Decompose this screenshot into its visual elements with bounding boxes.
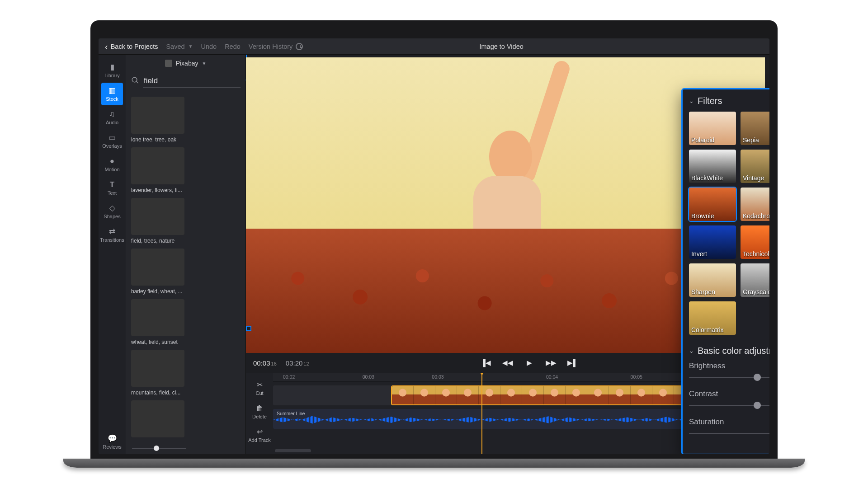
stock-thumbnail[interactable]: lavender, flowers, fi... [131, 147, 184, 193]
version-history-button[interactable]: Version History [249, 43, 303, 50]
skip-end-button[interactable]: ▶▌ [566, 357, 579, 369]
ruler-tick: 00:05 [631, 374, 642, 380]
add-track-icon: ↩ [257, 427, 263, 436]
forward-button[interactable]: ▶▶ [545, 357, 557, 369]
filter-sepia[interactable]: Sepia [741, 112, 769, 145]
nav-motion[interactable]: ●Motion [101, 153, 123, 176]
version-history-label: Version History [249, 43, 293, 50]
search-icon [131, 76, 139, 86]
filter-label: Invert [689, 249, 736, 259]
selection-handle[interactable] [246, 326, 251, 331]
contrast-slider[interactable] [689, 405, 769, 406]
brightness-label: Brightness [689, 361, 725, 371]
timecode-duration: 03:2012 [286, 359, 309, 367]
nav-shapes[interactable]: ◇Shapes [101, 200, 123, 223]
laptop-bezel: Back to Projects Saved ▼ Undo Redo Versi… [90, 20, 778, 459]
filter-invert[interactable]: Invert [689, 225, 736, 259]
rewind-button[interactable]: ◀◀ [501, 357, 514, 369]
skip-start-button[interactable]: ▐◀ [480, 357, 492, 369]
filter-colormatrix[interactable]: Colormatrix [689, 301, 736, 335]
filter-label: Kodachrome [741, 211, 769, 221]
nav-audio[interactable]: ♫Audio [101, 106, 123, 129]
nav-stock[interactable]: ▥Stock [101, 83, 123, 105]
filter-label: Brownie [689, 211, 736, 221]
brightness-adjustment: Brightness100 ↺ [689, 361, 769, 381]
undo-button[interactable]: Undo [201, 43, 217, 50]
audio-clip-name: Summer Line [277, 411, 305, 416]
filter-blackwhite[interactable]: BlackWhite [689, 150, 736, 183]
chevron-down-icon: ⌄ [689, 98, 694, 104]
filter-kodachrome[interactable]: Kodachrome [741, 188, 769, 221]
playhead[interactable] [481, 373, 482, 454]
filter-vintage[interactable]: Vintage [741, 150, 769, 183]
chevron-down-icon: ⌄ [689, 347, 694, 354]
filter-sharpen[interactable]: Sharpen [689, 263, 736, 297]
music-note-icon: ♫ [109, 110, 115, 118]
filter-technicolor[interactable]: Technicolor [741, 225, 769, 259]
cut-button[interactable]: ✂Cut [248, 376, 271, 400]
thumbnail-caption: barley field, wheat, ... [131, 288, 184, 295]
adjustments-section-header[interactable]: ⌄ Basic color adjustments [689, 346, 769, 356]
motion-icon: ● [110, 157, 114, 165]
stock-source-label: Pixabay [176, 60, 198, 67]
filter-label: Technicolor [741, 249, 769, 259]
saturation-slider[interactable] [689, 433, 769, 434]
save-status[interactable]: Saved [166, 43, 184, 50]
filter-label: Polaroid [689, 135, 736, 145]
trash-icon: 🗑 [256, 404, 263, 413]
ruler-tick: 00:03 [363, 374, 374, 380]
play-button[interactable]: ▶ [523, 357, 536, 369]
books-icon: ▥ [108, 87, 116, 95]
stock-thumbnail[interactable]: wheat, field, sunset [131, 299, 184, 345]
overlay-icon: ▭ [108, 134, 116, 142]
filter-label: BlackWhite [689, 173, 736, 183]
zoom-handle[interactable] [154, 446, 159, 451]
timeline-tools: ✂Cut 🗑Delete ↩Add Track [246, 373, 273, 454]
thumbnail-caption: lone tree, tree, oak [131, 136, 184, 143]
thumbnail-caption: field, trees, nature [131, 238, 184, 244]
filter-label: Grayscale [741, 287, 769, 297]
stock-thumbnail[interactable]: barley field, wheat, ... [131, 249, 184, 295]
filters-panel: ⌄ Filters PolaroidSepiaBlackWhiteVintage… [681, 88, 769, 454]
chat-icon: 💬 [108, 435, 117, 443]
stock-thumbnail[interactable]: field, trees, nature [131, 198, 184, 244]
save-caret-icon[interactable]: ▼ [189, 44, 193, 49]
redo-button[interactable]: Redo [225, 43, 241, 50]
filters-section-header[interactable]: ⌄ Filters [689, 96, 769, 106]
filter-brownie[interactable]: Brownie [689, 188, 736, 221]
back-to-projects-button[interactable]: Back to Projects [105, 42, 158, 51]
stock-source-selector[interactable]: Pixabay ▼ [126, 55, 245, 72]
thumbnail-zoom-slider[interactable] [126, 439, 245, 454]
thumbnail-image [131, 97, 184, 134]
saturation-adjustment: Saturation100 ↺ [689, 418, 769, 437]
delete-button[interactable]: 🗑Delete [248, 400, 271, 423]
folder-icon: ▮ [110, 63, 114, 71]
stock-thumbnail[interactable]: mountains, field, cl... [131, 350, 184, 396]
nav-library[interactable]: ▮Library [101, 59, 123, 82]
contrast-handle[interactable] [754, 402, 761, 409]
shapes-icon: ◇ [109, 204, 115, 212]
nav-reviews[interactable]: 💬Reviews [101, 431, 123, 453]
stock-thumbnail[interactable]: lone tree, tree, oak [131, 97, 184, 143]
nav-text[interactable]: TText [101, 177, 123, 199]
filter-polaroid[interactable]: Polaroid [689, 112, 736, 145]
pixabay-icon [165, 60, 172, 67]
add-track-button[interactable]: ↩Add Track [248, 423, 271, 447]
thumbnail-image [131, 350, 184, 387]
top-bar: Back to Projects Saved ▼ Undo Redo Versi… [99, 38, 769, 55]
stock-thumbnail[interactable] [131, 400, 184, 439]
brightness-slider[interactable] [689, 377, 769, 378]
back-label: Back to Projects [111, 43, 158, 50]
filter-grayscale[interactable]: Grayscale [741, 263, 769, 297]
contrast-label: Contrast [689, 389, 718, 399]
nav-transitions[interactable]: ⇄Transitions [101, 224, 123, 246]
filter-label: Sharpen [689, 287, 736, 297]
brightness-handle[interactable] [754, 374, 761, 381]
thumbnail-caption: mountains, field, cl... [131, 389, 184, 396]
timeline-scrollbar[interactable] [275, 449, 311, 452]
nav-overlays[interactable]: ▭Overlays [101, 130, 123, 152]
search-input[interactable] [143, 75, 241, 88]
ruler-tick: 00:04 [546, 374, 558, 380]
contrast-adjustment: Contrast100 ↺ [689, 389, 769, 409]
chevron-left-icon [105, 42, 108, 51]
